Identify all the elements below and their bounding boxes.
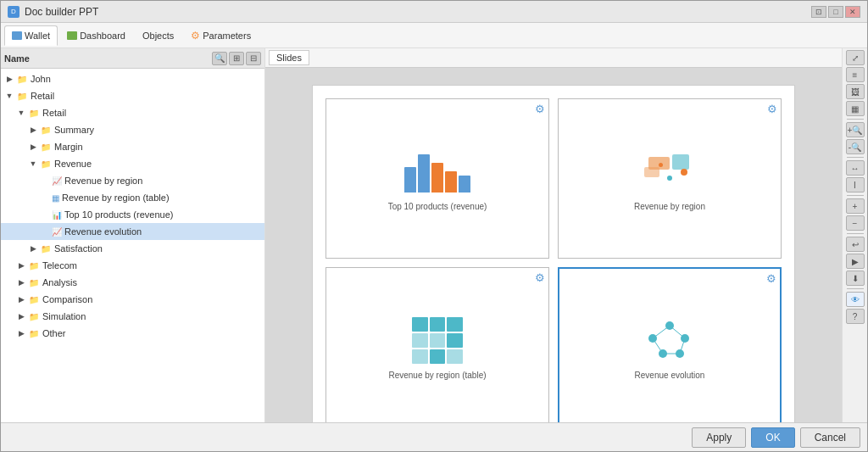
label-rev-region: Revenue by region	[64, 176, 142, 186]
chart-icon-top10: 📊	[52, 210, 62, 220]
right-tool-eye[interactable]: 👁	[846, 292, 865, 307]
grid7	[412, 349, 428, 364]
expand-icon-margin: ▶	[28, 142, 38, 152]
close-button[interactable]: ✕	[845, 6, 860, 18]
collapse-all-button[interactable]: ⊟	[246, 52, 261, 65]
right-tool-download[interactable]: ⬇	[846, 271, 865, 286]
right-tool-help[interactable]: ?	[846, 309, 865, 324]
tree-item-analysis[interactable]: ▶ 📁 Analysis	[1, 274, 264, 291]
right-sep5	[847, 288, 864, 289]
right-tool-add[interactable]: +	[846, 198, 865, 214]
expand-icon-top10	[40, 209, 50, 220]
tree-item-rev-region-table[interactable]: ▦ Revenue by region (table)	[1, 189, 264, 206]
card-gear-rev-region-table[interactable]: ⚙	[535, 271, 545, 284]
tab-parameters[interactable]: ⚙ Parameters	[183, 25, 259, 46]
tree-item-john[interactable]: ▶ 📁 John	[1, 70, 264, 87]
label-comparison: Comparison	[42, 294, 92, 304]
expand-icon-revenue: ▼	[28, 159, 38, 169]
card-gear-rev-evolution[interactable]: ⚙	[766, 272, 776, 285]
cancel-button[interactable]: Cancel	[800, 427, 860, 448]
chart-icon-rev-evolution: 📈	[52, 227, 62, 237]
card-label-rev-evolution: Revenue evolution	[635, 371, 705, 380]
label-summary: Summary	[54, 125, 94, 135]
right-tool-grid[interactable]: ▦	[846, 101, 865, 116]
label-simulation: Simulation	[42, 311, 86, 321]
card-label-rev-region: Revenue by region	[634, 202, 705, 211]
svg-line-3	[680, 338, 685, 354]
card-gear-top10[interactable]: ⚙	[535, 103, 545, 115]
expand-icon-satisfaction: ▶	[28, 243, 38, 254]
right-tool-expand[interactable]: ⤢	[846, 50, 865, 65]
grid2	[430, 317, 446, 332]
chart-icon-rev-region-table: ▦	[52, 193, 59, 203]
maximize-button[interactable]: □	[828, 6, 843, 18]
tree-item-retail-sub[interactable]: ▼ 📁 Retail	[1, 104, 264, 121]
map-dot2	[667, 176, 672, 181]
tree-item-revenue[interactable]: ▼ 📁 Revenue	[1, 155, 264, 172]
grid6	[447, 333, 463, 348]
expand-icon-rev-region	[40, 176, 50, 186]
card-visual-rev-evolution	[640, 315, 699, 366]
card-gear-rev-region[interactable]: ⚙	[767, 103, 777, 115]
folder-icon-margin: 📁	[40, 142, 52, 152]
search-button[interactable]: 🔍	[212, 52, 227, 65]
title-controls: ⊡ □ ✕	[811, 6, 860, 18]
apply-button[interactable]: Apply	[692, 427, 746, 448]
slide-card-rev-region-table[interactable]: ⚙	[326, 267, 549, 422]
tree-item-other[interactable]: ▶ 📁 Other	[1, 325, 264, 342]
grid5	[430, 333, 446, 348]
expand-icon-rev-region-table	[40, 193, 50, 203]
wallet-tab-label: Wallet	[25, 31, 50, 41]
bar5	[459, 176, 470, 193]
tree-item-rev-evolution[interactable]: 📈 Revenue evolution	[1, 223, 264, 240]
right-tool-text[interactable]: I	[846, 177, 865, 193]
slide-card-rev-evolution[interactable]: ⚙	[558, 267, 782, 422]
tree-item-telecom[interactable]: ▶ 📁 Telecom	[1, 257, 264, 274]
label-rev-evolution: Revenue evolution	[64, 226, 142, 237]
label-top10: Top 10 products (revenue)	[64, 209, 173, 220]
tree-item-margin[interactable]: ▶ 📁 Margin	[1, 138, 264, 155]
tree-item-summary[interactable]: ▶ 📁 Summary	[1, 121, 264, 138]
map-dot3	[659, 163, 663, 167]
label-telecom: Telecom	[42, 260, 77, 271]
label-analysis: Analysis	[42, 277, 77, 287]
tree-item-rev-region[interactable]: 📈 Revenue by region	[1, 172, 264, 189]
ok-button[interactable]: OK	[751, 427, 794, 448]
bar4	[445, 171, 457, 193]
tree-item-simulation[interactable]: ▶ 📁 Simulation	[1, 308, 264, 325]
right-tool-minus[interactable]: −	[846, 215, 865, 231]
card-label-rev-region-table: Revenue by region (table)	[388, 371, 486, 380]
tree-item-comparison[interactable]: ▶ 📁 Comparison	[1, 291, 264, 308]
slide-card-top10[interactable]: ⚙ Top 10 products (revenue)	[326, 98, 549, 259]
dashboard-tab-label: Dashboard	[80, 31, 125, 41]
folder-icon-john: 📁	[16, 75, 28, 84]
tree-item-top10[interactable]: 📊 Top 10 products (revenue)	[1, 206, 264, 223]
expand-all-button[interactable]: ⊞	[229, 52, 244, 65]
tree-item-retail[interactable]: ▼ 📁 Retail	[1, 87, 264, 104]
expand-icon-john: ▶	[4, 74, 14, 84]
slides-tab-button[interactable]: Slides	[269, 50, 309, 65]
right-tool-zoom-in[interactable]: +🔍	[846, 122, 865, 137]
right-tool-play[interactable]: ▶	[846, 254, 865, 269]
right-tool-horizontal[interactable]: ↔	[846, 160, 865, 176]
viz-grid	[412, 317, 463, 364]
right-tool-undo[interactable]: ↩	[846, 237, 865, 252]
card-label-top10: Top 10 products (revenue)	[388, 202, 487, 211]
bar3	[431, 163, 443, 193]
svg-line-2	[653, 338, 663, 354]
svg-line-0	[653, 326, 670, 338]
tab-wallet[interactable]: Wallet	[4, 25, 58, 46]
folder-icon-revenue: 📁	[40, 159, 52, 169]
minimize-button[interactable]: ⊡	[811, 6, 826, 18]
right-tool-list[interactable]: ≡	[846, 67, 865, 82]
expand-icon-retail-sub: ▼	[16, 108, 26, 118]
right-tool-image[interactable]: 🖼	[846, 84, 865, 99]
slide-canvas: ⚙ Top 10 products (revenue)	[265, 68, 842, 422]
right-sep3	[847, 195, 864, 196]
tab-dashboard[interactable]: Dashboard	[59, 25, 133, 46]
slide-card-rev-region[interactable]: ⚙ Revenue by	[558, 98, 782, 259]
tab-objects[interactable]: Objects	[135, 25, 181, 46]
tree-item-satisfaction[interactable]: ▶ 📁 Satisfaction	[1, 240, 264, 257]
right-tool-zoom-out[interactable]: -🔍	[846, 139, 865, 154]
svg-line-1	[670, 326, 685, 338]
